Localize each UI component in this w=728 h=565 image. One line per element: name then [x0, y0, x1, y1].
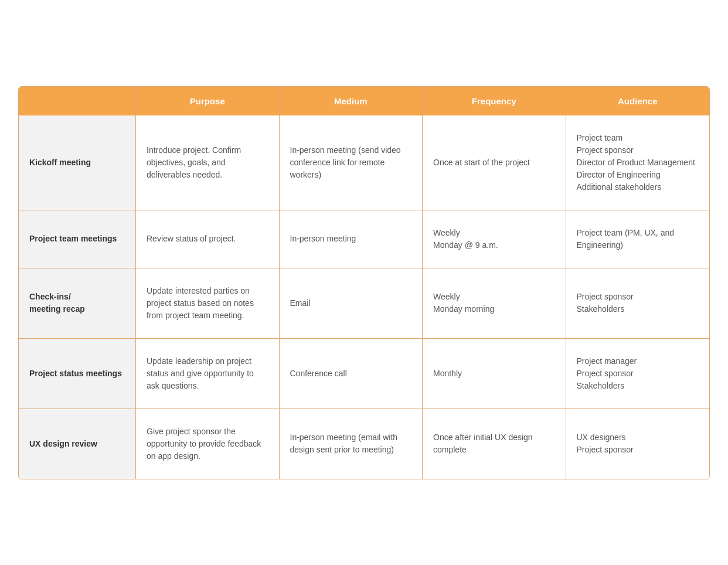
cell-medium: In-person meeting (send video conference… [280, 115, 423, 210]
header-purpose: Purpose [136, 87, 280, 115]
cell-audience: Project team Project sponsor Director of… [566, 115, 710, 210]
cell-medium: In-person meeting (email with design sen… [280, 409, 423, 479]
table-row: UX design reviewGive project sponsor the… [19, 409, 709, 479]
header-frequency: Frequency [423, 87, 566, 115]
cell-audience: Project manager Project sponsor Stakehol… [566, 339, 710, 409]
row-label: Check-ins/ meeting recap [19, 268, 136, 338]
cell-purpose: Update leadership on project status and … [136, 339, 280, 409]
cell-purpose: Introduce project. Confirm objectives, g… [136, 115, 280, 210]
table-row: Project team meetingsReview status of pr… [19, 210, 709, 268]
cell-frequency: Weekly Monday @ 9 a.m. [423, 210, 566, 268]
communication-table: Purpose Medium Frequency Audience Kickof… [18, 86, 710, 479]
cell-audience: Project sponsor Stakeholders [566, 268, 710, 338]
header-col0 [19, 87, 136, 115]
cell-audience: Project team (PM, UX, and Engineering) [566, 210, 710, 268]
cell-medium: Email [280, 268, 423, 338]
table-row: Check-ins/ meeting recapUpdate intereste… [19, 268, 709, 338]
table-row: Project status meetingsUpdate leadership… [19, 338, 709, 409]
cell-medium: In-person meeting [280, 210, 423, 268]
cell-frequency: Once after initial UX design complete [423, 409, 566, 479]
table-header: Purpose Medium Frequency Audience [19, 87, 709, 115]
cell-medium: Conference call [280, 339, 423, 409]
header-medium: Medium [280, 87, 423, 115]
row-label: Project status meetings [19, 339, 136, 409]
table-body: Kickoff meetingIntroduce project. Confir… [19, 115, 709, 479]
cell-frequency: Once at start of the project [423, 115, 566, 210]
row-label: Project team meetings [19, 210, 136, 268]
table-row: Kickoff meetingIntroduce project. Confir… [19, 115, 709, 210]
cell-purpose: Update interested parties on project sta… [136, 268, 280, 338]
cell-purpose: Review status of project. [136, 210, 280, 268]
cell-frequency: Weekly Monday morning [423, 268, 566, 338]
row-label: UX design review [19, 409, 136, 479]
header-audience: Audience [566, 87, 710, 115]
cell-purpose: Give project sponsor the opportunity to … [136, 409, 280, 479]
row-label: Kickoff meeting [19, 115, 136, 210]
cell-audience: UX designers Project sponsor [566, 409, 710, 479]
cell-frequency: Monthly [423, 339, 566, 409]
